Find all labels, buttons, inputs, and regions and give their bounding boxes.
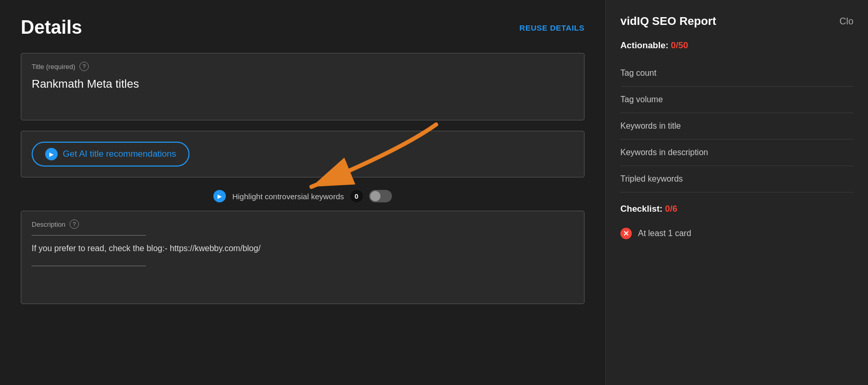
seo-item-keywords-title: Keywords in title	[620, 113, 853, 140]
seo-report-title: vidIQ SEO Report	[620, 15, 716, 28]
page-title: Details	[21, 17, 82, 38]
left-panel: Details REUSE DETAILS Title (required) ?…	[0, 0, 605, 385]
ai-title-button[interactable]: ▶ Get AI title recommendations	[32, 142, 189, 167]
seo-item-tag-volume: Tag volume	[620, 87, 853, 113]
highlight-label: Highlight controversial keywords	[232, 192, 344, 201]
seo-item-keywords-description: Keywords in description	[620, 140, 853, 166]
description-field-label: Description ?	[32, 219, 574, 229]
highlight-vidiq-icon: ▶	[213, 190, 226, 202]
checklist-header: Checklist: 0/6	[620, 204, 853, 214]
ai-title-section: ▶ Get AI title recommendations	[21, 131, 585, 177]
page-header: Details REUSE DETAILS	[21, 17, 585, 38]
title-help-icon[interactable]: ?	[79, 62, 89, 71]
actionable-value: 0/50	[671, 40, 688, 50]
actionable-row: Actionable: 0/50	[620, 40, 853, 51]
vidiq-logo-icon: ▶	[45, 148, 58, 160]
checklist-item-card: ✕ At least 1 card	[620, 224, 853, 243]
seo-report-panel: vidIQ SEO Report Clo Actionable: 0/50 Ta…	[605, 0, 868, 385]
description-underline-2	[32, 266, 146, 266]
seo-report-close-button[interactable]: Clo	[839, 16, 853, 27]
seo-report-header: vidIQ SEO Report Clo	[620, 15, 853, 28]
title-field-label: Title (required) ?	[32, 62, 574, 71]
description-value[interactable]: If you prefer to read, check the blog:- …	[32, 244, 574, 253]
title-input-area: Title (required) ? Rankmath Meta titles	[21, 53, 585, 120]
reuse-details-button[interactable]: REUSE DETAILS	[520, 23, 585, 32]
highlight-row: ▶ Highlight controversial keywords 0	[21, 190, 585, 211]
description-input-area: Description ? If you prefer to read, che…	[21, 211, 585, 304]
highlight-toggle[interactable]	[369, 190, 392, 202]
seo-item-tripled-keywords: Tripled keywords	[620, 166, 853, 192]
highlight-count: 0	[350, 190, 363, 202]
description-underline	[32, 235, 146, 236]
title-value[interactable]: Rankmath Meta titles	[32, 77, 574, 91]
checklist-value: 0/6	[665, 204, 677, 214]
error-icon: ✕	[620, 228, 632, 239]
seo-item-tag-count: Tag count	[620, 60, 853, 87]
description-help-icon[interactable]: ?	[70, 219, 79, 229]
seo-items-list: Tag count Tag volume Keywords in title K…	[620, 60, 853, 192]
